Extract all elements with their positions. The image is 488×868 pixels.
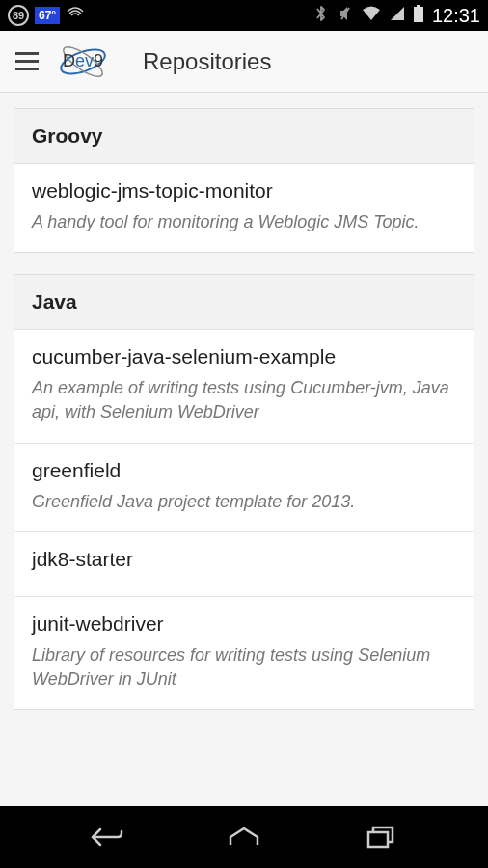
- app-logo[interactable]: Dev9: [54, 41, 112, 83]
- signal-icon: [390, 5, 405, 26]
- home-button[interactable]: [215, 818, 273, 856]
- repo-desc: An example of writing tests using Cucumb…: [32, 376, 456, 424]
- repo-name: jdk8-starter: [32, 548, 456, 571]
- status-bar: 89 67° 12:31: [0, 0, 488, 31]
- repo-item[interactable]: jdk8-starter: [14, 532, 474, 597]
- content: Groovy weblogic-jms-topic-monitor A hand…: [0, 93, 488, 746]
- repo-item[interactable]: weblogic-jms-topic-monitor A handy tool …: [14, 164, 474, 252]
- battery-icon: [413, 4, 424, 27]
- page-title: Repositories: [143, 48, 271, 75]
- mute-icon: [336, 4, 353, 27]
- bluetooth-icon: [314, 4, 328, 27]
- wifi-icon: [361, 5, 382, 26]
- repo-name: junit-webdriver: [32, 612, 456, 636]
- status-left: 89 67°: [8, 5, 85, 26]
- app-bar: Dev9 Repositories: [0, 31, 488, 93]
- repo-section: Java cucumber-java-selenium-example An e…: [14, 274, 474, 710]
- clock: 12:31: [432, 5, 480, 27]
- repo-desc: A handy tool for monitoring a Weblogic J…: [32, 210, 456, 234]
- repo-name: cucumber-java-selenium-example: [32, 345, 456, 368]
- nav-bar: [0, 806, 488, 868]
- repo-desc: Library of resources for writing tests u…: [32, 643, 456, 692]
- svg-rect-1: [414, 7, 423, 22]
- repo-desc: Greenfield Java project template for 201…: [32, 490, 456, 514]
- menu-button[interactable]: [15, 52, 39, 70]
- repo-name: greenfield: [32, 459, 456, 482]
- repo-item[interactable]: greenfield Greenfield Java project templ…: [14, 444, 474, 532]
- repo-name: weblogic-jms-topic-monitor: [32, 179, 456, 203]
- svg-rect-5: [368, 832, 388, 847]
- svg-rect-2: [417, 5, 420, 7]
- recent-button[interactable]: [352, 818, 410, 856]
- section-header: Groovy: [14, 109, 474, 164]
- notification-badge: 89: [8, 5, 29, 26]
- status-right: 12:31: [314, 4, 480, 27]
- section-header: Java: [14, 275, 474, 330]
- audible-icon: [66, 6, 85, 26]
- back-button[interactable]: [78, 818, 136, 856]
- repo-section: Groovy weblogic-jms-topic-monitor A hand…: [14, 108, 474, 253]
- repo-item[interactable]: junit-webdriver Library of resources for…: [14, 597, 474, 709]
- weather-badge: 67°: [35, 7, 60, 24]
- repo-item[interactable]: cucumber-java-selenium-example An exampl…: [14, 330, 474, 443]
